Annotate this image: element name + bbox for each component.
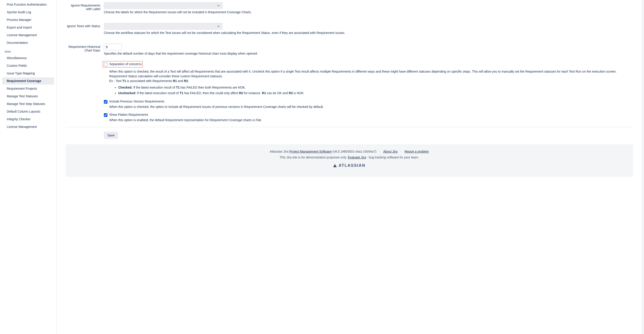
sidebar-section-xray: XRAY	[0, 47, 56, 54]
block-show-flatten: Show Flatten Requirements When this opti…	[66, 113, 633, 122]
sidebar-top-list: Post Function Authentication Xporter Aud…	[0, 1, 56, 46]
sidebar-xray-list: Miscellaneous Custom Fields Issue Type M…	[0, 54, 56, 130]
sidebar-item-integrity-checker[interactable]: Integrity Checker	[2, 116, 54, 123]
select-ignore-tests-status[interactable]	[104, 23, 222, 30]
label-chart-days: Requirement Historical Chart Days	[66, 44, 104, 55]
sidebar-item-license-management-2[interactable]: License Management	[2, 123, 54, 130]
link-report-problem[interactable]: Report a problem	[404, 150, 429, 153]
label-ignore-tests: Ignore Tests with Status	[66, 23, 104, 34]
label-show-flatten: Show Flatten Requirements	[109, 113, 148, 116]
block-separation: Separation of concerns When this option …	[66, 61, 633, 96]
block-include-prev: Include Previous Version Requirements Wh…	[66, 100, 633, 109]
desc-separation-example: Ex - Test T1 is associated with Requirem…	[109, 79, 633, 84]
sidebar-item-custom-fields[interactable]: Custom Fields	[2, 62, 54, 69]
sidebar-item-manage-test-step-statuses[interactable]: Manage Test Step Statuses	[2, 100, 54, 108]
link-pm-software[interactable]: Project Management Software	[289, 150, 332, 153]
desc-separation: When this option is checked, the result …	[104, 69, 633, 96]
save-button[interactable]: Save	[104, 132, 118, 139]
select-ignore-requirements-label[interactable]	[104, 2, 222, 9]
sidebar-item-manage-test-statuses[interactable]: Manage Test Statuses	[2, 92, 54, 100]
link-evaluate-jira[interactable]: Evaluate Jira	[348, 156, 366, 159]
row-ignore-requirements-label: Ignore Requirements with Label Choose th…	[66, 0, 633, 16]
footer-line2: This Jira site is for demonstration purp…	[66, 156, 633, 159]
sidebar-item-requirement-projects[interactable]: Requirement Projects	[2, 85, 54, 92]
sidebar-item-issue-type-mapping[interactable]: Issue Type Mapping	[2, 70, 54, 77]
label-ignore-requirements: Ignore Requirements with Label	[66, 2, 104, 14]
case-unchecked: Unchecked: If the latest execution resul…	[118, 90, 633, 96]
help-ignore-requirements: Choose the labels for which the Requirem…	[104, 10, 633, 14]
sidebar-item-process-manager[interactable]: Process Manager	[2, 16, 54, 24]
sidebar-item-xporter-audit-log[interactable]: Xporter Audit Log	[2, 8, 54, 16]
desc-show-flatten: When this option is enabled, the default…	[104, 118, 633, 122]
divider	[66, 127, 633, 127]
help-chart-days: Specifies the default number of days tha…	[104, 52, 633, 55]
row-chart-days: Requirement Historical Chart Days Specif…	[66, 41, 633, 58]
sidebar-item-license-management[interactable]: License Management	[2, 32, 54, 39]
list-separation-cases: Checked: If the latest execution result …	[109, 85, 633, 96]
sidebar-item-post-function-auth[interactable]: Post Function Authentication	[2, 1, 54, 8]
case-checked: Checked: If the latest execution result …	[118, 85, 633, 90]
input-chart-days[interactable]	[104, 44, 122, 50]
sidebar: Post Function Authentication Xporter Aud…	[0, 0, 57, 334]
desc-include-previous: When this option is checked, the option …	[104, 104, 633, 109]
label-separation-concerns: Separation of concerns	[109, 62, 142, 66]
sidebar-item-miscellaneous[interactable]: Miscellaneous	[2, 54, 54, 62]
footer: Atlassian Jira Project Management Softwa…	[66, 144, 633, 177]
link-about-jira[interactable]: About Jira	[383, 150, 398, 153]
checkbox-show-flatten[interactable]	[104, 113, 108, 117]
footer-line1: Atlassian Jira Project Management Softwa…	[66, 150, 633, 153]
sidebar-item-default-column-layouts[interactable]: Default Column Layouts	[2, 108, 54, 115]
atlassian-icon	[333, 164, 337, 167]
row-ignore-tests-status: Ignore Tests with Status Choose the work…	[66, 21, 633, 37]
sidebar-item-requirement-coverage[interactable]: Requirement Coverage	[2, 77, 54, 84]
sidebar-item-documentation[interactable]: Documentation	[2, 39, 54, 46]
highlighted-separation-row: Separation of concerns	[103, 61, 143, 68]
desc-separation-text1: When this option is checked, the result …	[109, 69, 633, 79]
main-content: Ignore Requirements with Label Choose th…	[57, 0, 642, 334]
checkbox-separation-concerns[interactable]	[104, 63, 108, 66]
help-ignore-tests: Choose the workflow statuses for which t…	[104, 31, 633, 34]
label-include-previous: Include Previous Version Requirements	[109, 100, 164, 103]
checkbox-include-previous[interactable]	[104, 100, 108, 104]
save-section: Save	[66, 132, 633, 139]
atlassian-logo: ATLASSIAN	[66, 163, 633, 168]
sidebar-item-export-import[interactable]: Export and Import	[2, 24, 54, 31]
